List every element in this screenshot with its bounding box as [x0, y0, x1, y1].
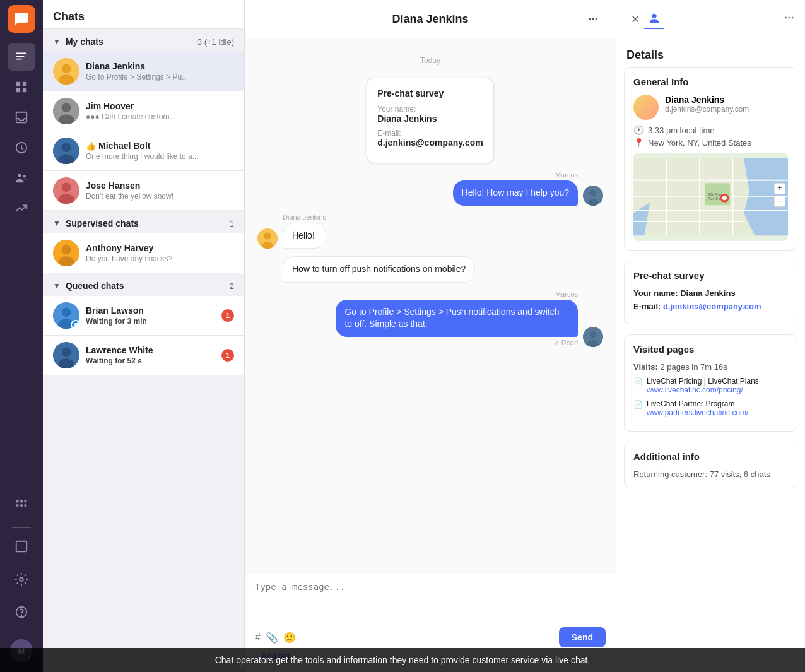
- chat-item-diana[interactable]: Diana Jenkins Go to Profile > Settings >…: [43, 52, 244, 91]
- svg-point-37: [62, 307, 71, 317]
- general-info-title: General Info: [633, 76, 788, 87]
- nav-grid-icon[interactable]: [8, 73, 35, 101]
- nav-help-icon[interactable]: [8, 598, 35, 626]
- page-icon-1: 📄: [633, 377, 643, 394]
- additional-info-title: Additional info: [633, 451, 788, 462]
- svg-rect-4: [23, 82, 26, 86]
- nav-inbox-icon[interactable]: [8, 103, 35, 131]
- hashtag-icon[interactable]: #: [255, 632, 261, 643]
- svg-rect-12: [20, 500, 23, 503]
- avatar-lawrence: [53, 342, 79, 368]
- chat-item-jim[interactable]: Jim Hoover ●●● Can I create custom...: [43, 91, 244, 131]
- more-options-button[interactable]: [583, 9, 603, 29]
- close-details-button[interactable]: [626, 10, 644, 28]
- page-entry-1: 📄 LiveChat Pricing | LiveChat Plans www.…: [633, 377, 788, 394]
- location-icon: 📍: [633, 138, 644, 148]
- nav-ticket-icon[interactable]: [8, 134, 35, 162]
- bottom-bar: Chat operators get the tools and informa…: [0, 648, 805, 672]
- svg-point-10: [23, 175, 26, 178]
- chat-info-jim: Jim Hoover ●●● Can I create custom...: [86, 101, 234, 121]
- chat-item-brian[interactable]: Brian Lawson Waiting for 3 min 1: [43, 296, 244, 336]
- page-url-1[interactable]: www.livechatinc.com/pricing/: [647, 386, 759, 394]
- svg-point-42: [589, 18, 591, 20]
- page-icon-2: 📄: [633, 400, 643, 417]
- nav-chat-icon[interactable]: [8, 43, 35, 71]
- page-name-2: LiveChat Partner Program: [647, 399, 748, 408]
- nav-apps-icon[interactable]: [8, 492, 35, 519]
- pre-chat-survey: Pre-chat survey Your name: Diana Jenkins…: [367, 78, 493, 163]
- avatar-michael: [53, 138, 79, 164]
- survey-container: Pre-chat survey Your name: Diana Jenkins…: [257, 78, 603, 163]
- my-chats-chevron: ▼: [53, 37, 61, 46]
- chat-name-jim: Jim Hoover: [86, 101, 234, 111]
- msg-bubble-m1: Hello! How may I help you?: [453, 180, 578, 206]
- msg-bubble-m2: Hello!: [283, 223, 326, 249]
- chat-info-anthony: Anthony Harvey Do you have any snacks?: [86, 243, 234, 263]
- app-logo[interactable]: [8, 5, 35, 33]
- chat-preview-michael: One more thing I would like to a...: [86, 152, 234, 161]
- visits-info: Visits: 2 pages in 7m 16s: [633, 362, 788, 372]
- svg-point-28: [62, 143, 71, 152]
- supervised-chats-chevron: ▼: [53, 219, 61, 228]
- chat-item-michael[interactable]: 👍 Michael Bolt One more thing I would li…: [43, 131, 244, 171]
- details-local-time: 3:33 pm local time: [648, 126, 715, 135]
- chat-info-brian: Brian Lawson Waiting for 3 min: [86, 305, 221, 326]
- page-url-2[interactable]: www.partners.livechatinc.com/: [647, 408, 748, 417]
- message-row-m4: Marcos Go to Profile > Settings > Push n…: [257, 290, 603, 347]
- map-container: 228 Park Ave South + −: [633, 153, 788, 241]
- chat-info-lawrence: Lawrence White Waiting for 52 s: [86, 345, 221, 365]
- supervised-chats-count: 1: [230, 219, 234, 228]
- person-tab-icon[interactable]: [644, 9, 664, 29]
- svg-point-9: [18, 174, 22, 177]
- chat-messages: Today Pre-chat survey Your name: Diana J…: [245, 38, 616, 574]
- pre-chat-survey-title: Pre-chat survey: [633, 270, 788, 281]
- nav-divider2: [12, 634, 31, 634]
- chat-item-jose[interactable]: Jose Hansen Don't eat the yellow snow!: [43, 171, 244, 211]
- msg-sender-m1: Marcos: [453, 171, 578, 179]
- chat-name-brian: Brian Lawson: [86, 305, 221, 315]
- details-header: [616, 0, 805, 38]
- details-email: d.jenkins@company.com: [665, 105, 749, 114]
- svg-rect-5: [16, 88, 20, 92]
- chat-preview-jose: Don't eat the yellow snow!: [86, 192, 234, 201]
- messenger-icon: [71, 320, 79, 329]
- chat-name-diana: Diana Jenkins: [86, 61, 234, 71]
- my-chats-section[interactable]: ▼ My chats 3 (+1 idle): [43, 29, 244, 52]
- bottom-bar-text: Chat operators get the tools and informa…: [215, 655, 591, 665]
- nav-settings-icon[interactable]: [8, 565, 35, 593]
- thumbs-up-icon: 👍: [86, 141, 96, 151]
- input-toolbar: # 📎 🙂 Send: [255, 627, 606, 647]
- chat-item-anthony[interactable]: Anthony Harvey Do you have any snacks?: [43, 233, 244, 273]
- chat-title: Diana Jenkins: [278, 13, 583, 26]
- msg-bubble-m4: Go to Profile > Settings > Push notifica…: [336, 300, 578, 337]
- survey-name-value: Diana Jenkins: [377, 114, 483, 124]
- chat-preview-diana: Go to Profile > Settings > Pu...: [86, 73, 234, 81]
- svg-rect-1: [16, 56, 25, 57]
- survey-title: Pre-chat survey: [377, 88, 483, 98]
- svg-point-34: [62, 245, 71, 254]
- supervised-chats-section[interactable]: ▼ Supervised chats 1: [43, 211, 244, 233]
- nav-chart-icon[interactable]: [8, 194, 35, 222]
- nav-box-icon[interactable]: [8, 533, 35, 560]
- emoji-icon[interactable]: 🙂: [283, 632, 296, 644]
- msg-sender-m2: Diana Jenkins: [283, 213, 326, 221]
- message-input[interactable]: [255, 582, 606, 620]
- queued-chats-section[interactable]: ▼ Queued chats 2: [43, 273, 244, 296]
- visited-pages-title: Visited pages: [633, 344, 788, 355]
- chat-info-diana: Diana Jenkins Go to Profile > Settings >…: [86, 61, 234, 81]
- survey-email-field: E-mail: d.jenkins@company.com: [377, 129, 483, 148]
- chat-item-lawrence[interactable]: Lawrence White Waiting for 52 s 1: [43, 336, 244, 375]
- attachment-icon[interactable]: 📎: [266, 632, 278, 644]
- chat-actions: [583, 9, 603, 29]
- svg-rect-13: [25, 500, 27, 503]
- details-panel: Details General Info Diana Jenkins d.jen…: [616, 0, 805, 672]
- nav-team-icon[interactable]: [8, 164, 35, 192]
- supervised-chats-title: Supervised chats: [66, 218, 230, 228]
- details-more-button[interactable]: [784, 12, 795, 26]
- msg-sender-m4: Marcos: [336, 290, 578, 298]
- my-chats-title: My chats: [66, 37, 197, 47]
- message-row-m3: How to turn off push notifications on mo…: [283, 256, 603, 283]
- survey-name-label: Your name:: [377, 105, 483, 114]
- send-button[interactable]: Send: [559, 627, 606, 647]
- svg-text:−: −: [777, 197, 782, 206]
